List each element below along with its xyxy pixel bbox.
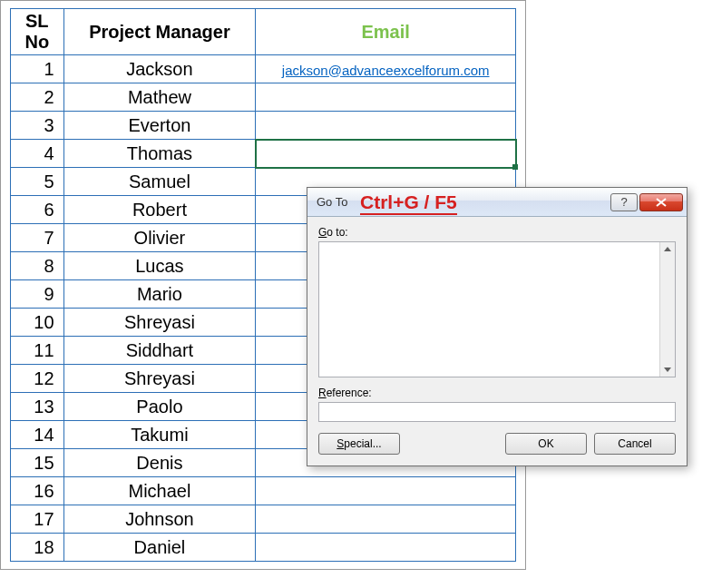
cell-pm[interactable]: Everton xyxy=(63,112,256,140)
cell-sl[interactable]: 2 xyxy=(11,83,64,112)
cell-sl[interactable]: 17 xyxy=(11,505,64,534)
cell-email[interactable] xyxy=(256,534,516,562)
cell-sl[interactable]: 5 xyxy=(11,168,64,196)
cell-pm[interactable]: Shreyasi xyxy=(63,365,256,393)
cell-sl[interactable]: 10 xyxy=(11,309,64,337)
cell-pm[interactable]: Paolo xyxy=(63,393,256,421)
cell-sl[interactable]: 9 xyxy=(11,280,64,309)
cell-pm[interactable]: Daniel xyxy=(63,534,256,562)
cell-sl[interactable]: 12 xyxy=(11,365,64,393)
cell-email[interactable] xyxy=(256,477,516,505)
cell-sl[interactable]: 18 xyxy=(11,534,64,562)
header-sl[interactable]: SL No xyxy=(11,9,64,55)
reference-label: Reference: xyxy=(318,387,676,399)
cell-pm[interactable]: Samuel xyxy=(63,168,256,196)
table-row: 4Thomas xyxy=(11,140,516,168)
header-email[interactable]: Email xyxy=(256,9,516,55)
cell-sl[interactable]: 13 xyxy=(11,393,64,421)
ok-button[interactable]: OK xyxy=(505,433,587,455)
cell-pm[interactable]: Olivier xyxy=(63,224,256,252)
cell-sl[interactable]: 15 xyxy=(11,449,64,477)
cell-sl[interactable]: 8 xyxy=(11,252,64,280)
special-button[interactable]: Special... xyxy=(318,433,400,455)
cell-pm[interactable]: Jackson xyxy=(63,55,256,83)
cell-sl[interactable]: 1 xyxy=(11,55,64,83)
email-link[interactable]: jackson@advanceexcelforum.com xyxy=(282,63,490,78)
cell-email[interactable] xyxy=(256,83,516,112)
goto-label: Go to: xyxy=(318,226,676,239)
dialog-body: Go to: Reference: Special... OK Cancel xyxy=(307,217,687,466)
close-button[interactable] xyxy=(639,193,683,211)
table-row: 2Mathew xyxy=(11,83,516,112)
cell-sl[interactable]: 3 xyxy=(11,112,64,140)
cell-pm[interactable]: Siddhart xyxy=(63,337,256,365)
cell-sl[interactable]: 7 xyxy=(11,224,64,252)
header-pm[interactable]: Project Manager xyxy=(63,9,256,55)
cell-pm[interactable]: Robert xyxy=(63,196,256,224)
shortcut-annotation: Ctrl+G / F5 xyxy=(360,191,457,213)
cell-pm[interactable]: Michael xyxy=(63,477,256,505)
scrollbar[interactable] xyxy=(659,242,675,377)
reference-input[interactable] xyxy=(318,402,676,422)
cell-pm[interactable]: Denis xyxy=(63,449,256,477)
goto-dialog: Go To Ctrl+G / F5 ? Go to: Reference: Sp… xyxy=(307,187,688,466)
cell-sl[interactable]: 6 xyxy=(11,196,64,224)
cell-email[interactable] xyxy=(256,505,516,534)
cell-pm[interactable]: Thomas xyxy=(63,140,256,168)
table-row: 18Daniel xyxy=(11,534,516,562)
table-row: 17Johnson xyxy=(11,505,516,534)
cell-sl[interactable]: 4 xyxy=(11,140,64,168)
cell-email[interactable] xyxy=(256,140,516,168)
cancel-button[interactable]: Cancel xyxy=(594,433,676,455)
table-row: 1Jacksonjackson@advanceexcelforum.com xyxy=(11,55,516,83)
cell-sl[interactable]: 16 xyxy=(11,477,64,505)
table-row: 3Everton xyxy=(11,112,516,140)
dialog-title: Go To xyxy=(317,195,347,209)
cell-pm[interactable]: Takumi xyxy=(63,421,256,449)
cell-pm[interactable]: Mathew xyxy=(63,83,256,112)
cell-pm[interactable]: Mario xyxy=(63,280,256,309)
help-button[interactable]: ? xyxy=(610,193,638,211)
cell-pm[interactable]: Lucas xyxy=(63,252,256,280)
goto-listbox[interactable] xyxy=(318,241,676,377)
cell-pm[interactable]: Johnson xyxy=(63,505,256,534)
table-row: 16Michael xyxy=(11,477,516,505)
dialog-titlebar[interactable]: Go To Ctrl+G / F5 ? xyxy=(307,188,687,217)
close-icon xyxy=(656,198,667,207)
cell-email[interactable] xyxy=(256,112,516,140)
cell-pm[interactable]: Shreyasi xyxy=(63,309,256,337)
cell-sl[interactable]: 14 xyxy=(11,421,64,449)
cell-sl[interactable]: 11 xyxy=(11,337,64,365)
cell-email[interactable]: jackson@advanceexcelforum.com xyxy=(256,55,516,83)
